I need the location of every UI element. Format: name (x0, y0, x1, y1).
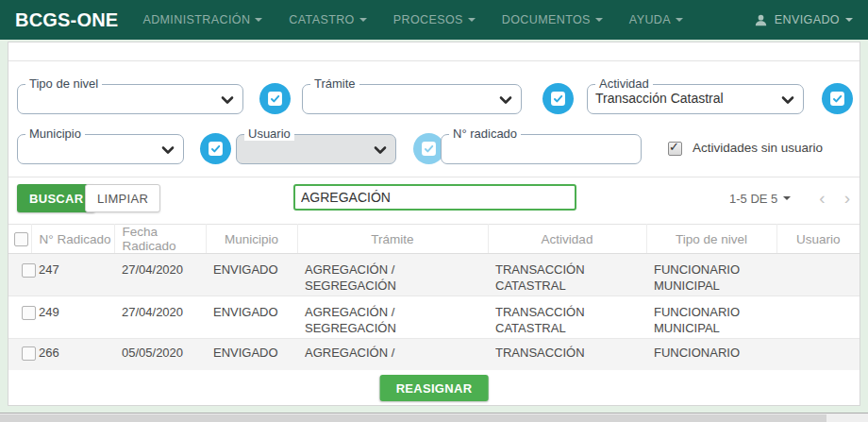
col-tipo-de-nivel: Tipo de nivel (646, 225, 776, 254)
chevron-down-icon (781, 93, 794, 107)
table-row: 266 05/05/2020 ENVIGADO AGREGACIÓN / TRA… (8, 339, 860, 370)
chevron-down-icon (499, 93, 512, 107)
table-row: 247 27/04/2020 ENVIGADO AGREGACIÓN / SEG… (8, 254, 860, 296)
pagination-range-dropdown[interactable]: 1-5 DE 5 (729, 192, 791, 206)
reasignar-button[interactable]: REASIGNAR (380, 375, 489, 401)
chevron-down-icon (374, 143, 387, 157)
tipo-de-nivel-confirm-button[interactable] (259, 83, 291, 114)
page-next-button[interactable]: › (844, 189, 850, 208)
chevron-down-icon (255, 18, 262, 22)
nav-procesos[interactable]: PROCESOS (393, 13, 476, 26)
usuario-label: Usuario (244, 127, 294, 141)
cell-tipo-de-nivel: FUNCIONARIO MUNICIPAL (646, 296, 776, 339)
nav-administracion-label: ADMINISTRACIÓN (142, 13, 250, 26)
actividad-confirm-button[interactable] (822, 83, 853, 114)
cell-actividad: TRANSACCIÓN CATASTRAL (495, 345, 643, 362)
municipio-confirm-button[interactable] (200, 133, 231, 164)
nav-ayuda-label: AYUDA (629, 13, 671, 26)
col-n-radicado: N° Radicado (31, 225, 114, 254)
usuario-select: Usuario (236, 134, 396, 164)
nav-procesos-label: PROCESOS (393, 13, 463, 26)
actividades-sin-usuario-checkbox[interactable] (668, 142, 682, 156)
chevron-down-icon (468, 18, 476, 22)
app-brand: BCGS-ONE (15, 9, 118, 31)
n-radicado-label: N° radicado (449, 127, 521, 141)
horizontal-scrollbar-thumb[interactable] (0, 414, 826, 422)
buscar-button[interactable]: BUSCAR (17, 184, 95, 212)
tramite-select[interactable]: Trámite (302, 84, 522, 114)
main-nav: ADMINISTRACIÓN CATASTRO PROCESOS DOCUMEN… (142, 13, 683, 26)
results-table: N° Radicado Fecha Radicado Municipio Trá… (8, 224, 860, 370)
cell-tramite: AGREGACIÓN / SEGREGACIÓN (305, 262, 426, 294)
cell-n-radicado: 247 (31, 254, 114, 296)
municipio-label: Municipio (25, 127, 85, 141)
search-input[interactable] (293, 184, 576, 211)
chevron-down-icon (359, 18, 367, 22)
cell-tipo-de-nivel: FUNCIONARIO (654, 345, 773, 361)
table-header-row: N° Radicado Fecha Radicado Municipio Trá… (8, 225, 860, 254)
cell-actividad: TRANSACCIÓN CATASTRAL (488, 296, 646, 339)
cell-actividad: TRANSACCIÓN CATASTRAL (488, 254, 646, 296)
cell-tramite: AGREGACIÓN / (305, 345, 426, 361)
cell-municipio: ENVIGADO (206, 254, 297, 296)
page-previous-button[interactable]: ‹ (819, 189, 825, 208)
limpiar-button[interactable]: LIMPIAR (85, 184, 160, 212)
cell-n-radicado: 266 (39, 345, 110, 361)
person-icon (753, 12, 769, 28)
top-navbar: BCGS-ONE ADMINISTRACIÓN CATASTRO PROCESO… (0, 0, 868, 40)
actividad-value: Transacción Catastral (595, 91, 724, 106)
tipo-de-nivel-select[interactable]: Tipo de nivel (17, 84, 243, 114)
caret-down-icon (783, 196, 791, 200)
divider (8, 60, 860, 61)
actividades-sin-usuario-label: Actividades sin usuario (693, 141, 823, 155)
checkbox-check-icon (206, 139, 225, 159)
col-usuario: Usuario (776, 225, 860, 254)
select-all-checkbox[interactable] (14, 232, 28, 246)
col-tramite: Trámite (297, 225, 488, 254)
cell-municipio: ENVIGADO (206, 296, 297, 339)
cell-fecha-radicado: 05/05/2020 (122, 345, 202, 361)
cell-usuario (776, 254, 860, 296)
actividad-select[interactable]: Actividad Transacción Catastral (587, 84, 804, 114)
cell-fecha-radicado: 27/04/2020 (114, 296, 206, 339)
col-fecha-radicado: Fecha Radicado (114, 225, 206, 254)
cell-tramite: AGREGACIÓN / SEGREGACIÓN (305, 304, 426, 336)
nav-catastro-label: CATASTRO (289, 13, 354, 26)
tramite-confirm-button[interactable] (542, 83, 574, 114)
nav-documentos[interactable]: DOCUMENTOS (502, 13, 603, 26)
chevron-down-icon (221, 93, 234, 107)
divider (8, 177, 860, 177)
cell-n-radicado: 249 (31, 296, 114, 339)
nav-documentos-label: DOCUMENTOS (502, 13, 591, 26)
checkbox-check-icon (827, 89, 847, 109)
tramite-label: Trámite (310, 76, 359, 91)
actividad-label: Actividad (595, 76, 653, 91)
n-radicado-input[interactable]: N° radicado (441, 134, 642, 164)
cell-usuario (776, 296, 860, 339)
municipio-select[interactable]: Municipio (17, 134, 184, 164)
checkbox-check-icon (419, 139, 439, 159)
nav-catastro[interactable]: CATASTRO (289, 13, 366, 26)
chevron-down-icon (161, 143, 175, 157)
checkbox-check-icon (548, 89, 568, 109)
cell-tipo-de-nivel: FUNCIONARIO MUNICIPAL (646, 254, 776, 296)
pagination-range-label: 1-5 DE 5 (729, 192, 777, 206)
pagination: 1-5 DE 5 ‹ › (729, 189, 850, 208)
table-row: 249 27/04/2020 ENVIGADO AGREGACIÓN / SEG… (8, 296, 860, 339)
cell-municipio: ENVIGADO (213, 345, 293, 361)
user-menu-label: ENVIGADO (775, 13, 840, 26)
chevron-down-icon (676, 18, 683, 22)
user-menu[interactable]: ENVIGADO (753, 12, 853, 28)
nav-ayuda[interactable]: AYUDA (629, 13, 683, 26)
checkbox-check-icon (265, 89, 285, 109)
chevron-down-icon (595, 18, 603, 22)
nav-administracion[interactable]: ADMINISTRACIÓN (142, 13, 262, 26)
horizontal-scrollbar (0, 413, 868, 422)
content-card: Tipo de nivel Trámite Actividad Transacc… (8, 42, 860, 406)
col-municipio: Municipio (206, 225, 297, 254)
col-actividad: Actividad (488, 225, 646, 254)
tipo-de-nivel-label: Tipo de nivel (25, 76, 102, 91)
chevron-down-icon (845, 18, 853, 22)
cell-fecha-radicado: 27/04/2020 (114, 254, 206, 296)
